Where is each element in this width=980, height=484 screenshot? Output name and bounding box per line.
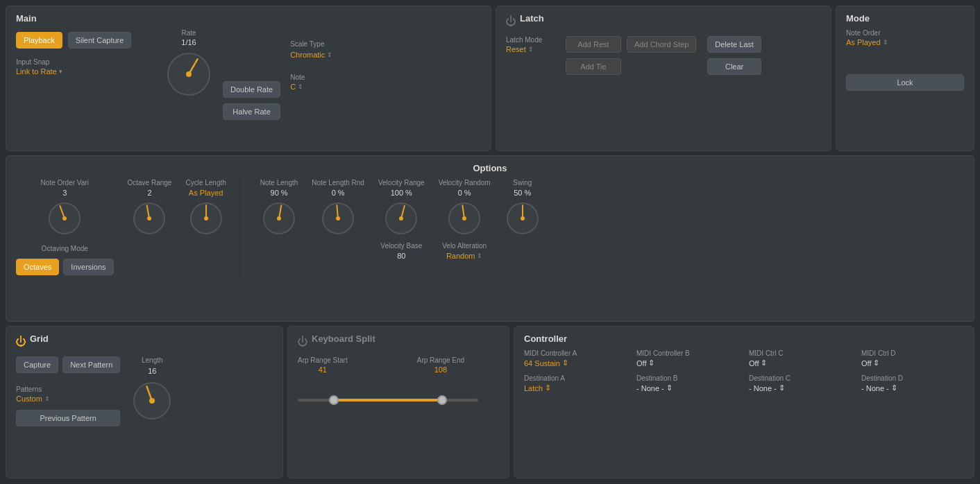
swing-knob[interactable] bbox=[505, 200, 541, 236]
note-value[interactable]: C ⇕ bbox=[290, 83, 346, 91]
main-title: Main bbox=[16, 13, 481, 24]
arp-range-start-label: Arp Range Start bbox=[298, 356, 348, 364]
clear-button[interactable]: Clear bbox=[707, 58, 761, 75]
midi-ctrl-b-item: MIDI Controller B Off ⇕ bbox=[636, 349, 739, 368]
cycle-length-knob[interactable] bbox=[188, 200, 224, 236]
velocity-random-value: 0 % bbox=[458, 189, 471, 197]
note-order-vari-knob[interactable] bbox=[47, 200, 83, 236]
dest-a-arrow: ⇕ bbox=[545, 383, 551, 392]
velocity-range-knob-container: Velocity Range 100 % bbox=[378, 179, 425, 236]
midi-ctrl-c-value[interactable]: Off ⇕ bbox=[749, 358, 852, 368]
grid-power-icon[interactable]: ⏻ bbox=[16, 337, 26, 347]
patterns-value[interactable]: Custom ⇕ bbox=[16, 395, 120, 403]
add-rest-button[interactable]: Add Rest bbox=[566, 36, 621, 53]
silent-capture-button[interactable]: Silent Capture bbox=[68, 32, 132, 49]
scale-type-value[interactable]: Chromatic ⇕ bbox=[290, 51, 346, 59]
midi-ctrl-d-label: MIDI Ctrl D bbox=[861, 349, 964, 357]
svg-point-9 bbox=[277, 216, 281, 221]
latch-mode-value[interactable]: Reset ⇕ bbox=[506, 45, 555, 53]
midi-ctrl-d-arrow: ⇕ bbox=[873, 358, 879, 368]
rate-knob[interactable] bbox=[164, 50, 213, 98]
keyboard-power-icon[interactable]: ⏻ bbox=[298, 337, 307, 347]
playback-button[interactable]: Playback bbox=[16, 32, 62, 49]
keyboard-slider-thumb-left[interactable] bbox=[329, 395, 339, 405]
dest-c-item: Destination C - None - ⇕ bbox=[749, 374, 852, 392]
svg-point-11 bbox=[336, 216, 340, 221]
dest-d-value[interactable]: - None - ⇕ bbox=[861, 383, 964, 392]
next-pattern-button[interactable]: Next Pattern bbox=[62, 356, 120, 373]
inversions-button[interactable]: Inversions bbox=[63, 259, 113, 275]
add-chord-step-button[interactable]: Add Chord Step bbox=[627, 36, 696, 53]
midi-ctrl-a-value[interactable]: 64 Sustain ⇕ bbox=[524, 358, 627, 368]
halve-rate-button[interactable]: Halve Rate bbox=[223, 103, 280, 120]
keyboard-slider-thumb-right[interactable] bbox=[437, 395, 447, 405]
dest-a-value[interactable]: Latch ⇕ bbox=[524, 383, 627, 392]
latch-mode-label: Latch Mode bbox=[506, 36, 555, 44]
dest-b-arrow: ⇕ bbox=[666, 383, 673, 392]
note-order-vari-value: 3 bbox=[62, 189, 67, 197]
svg-point-5 bbox=[147, 216, 151, 221]
svg-point-1 bbox=[186, 71, 192, 77]
previous-pattern-button[interactable]: Previous Pattern bbox=[16, 410, 120, 426]
link-to-rate-value[interactable]: Link to Rate ▾ bbox=[16, 67, 155, 76]
swing-value: 50 % bbox=[514, 189, 531, 197]
octaving-mode-label: Octaving Mode bbox=[42, 245, 88, 253]
octave-range-knob[interactable] bbox=[131, 200, 167, 236]
svg-point-7 bbox=[204, 216, 208, 221]
grid-title: Grid bbox=[30, 334, 49, 344]
midi-ctrl-c-label: MIDI Ctrl C bbox=[749, 349, 852, 357]
latch-mode-arrow: ⇕ bbox=[528, 46, 534, 53]
svg-point-15 bbox=[462, 216, 466, 221]
note-length-knob[interactable] bbox=[261, 200, 297, 236]
scale-type-arrow: ⇕ bbox=[327, 51, 332, 58]
grid-length-knob[interactable] bbox=[131, 380, 173, 422]
midi-ctrl-b-value[interactable]: Off ⇕ bbox=[636, 358, 739, 368]
link-to-rate-arrow: ▾ bbox=[59, 68, 62, 75]
options-title: Options bbox=[16, 163, 964, 173]
note-order-vari-label: Note Order Vari bbox=[41, 179, 89, 187]
velocity-base-label: Velocity Base bbox=[380, 242, 422, 250]
octaves-button[interactable]: Octaves bbox=[16, 259, 59, 275]
velocity-range-label: Velocity Range bbox=[378, 179, 425, 187]
dest-a-label: Destination A bbox=[524, 374, 627, 382]
note-length-rnd-knob[interactable] bbox=[320, 200, 356, 236]
add-tie-button[interactable]: Add Tie bbox=[566, 58, 621, 75]
midi-ctrl-d-value[interactable]: Off ⇕ bbox=[861, 358, 964, 368]
velo-alteration-value[interactable]: Random ⇕ bbox=[446, 252, 483, 260]
cycle-length-knob-container: Cycle Length As Played bbox=[185, 179, 226, 236]
midi-ctrl-a-item: MIDI Controller A 64 Sustain ⇕ bbox=[524, 349, 627, 368]
midi-ctrl-a-arrow: ⇕ bbox=[562, 358, 568, 368]
double-rate-button[interactable]: Double Rate bbox=[223, 81, 280, 98]
grid-length-label: Length bbox=[142, 356, 163, 364]
svg-point-13 bbox=[399, 216, 403, 221]
swing-label: Swing bbox=[513, 179, 532, 187]
note-label: Note bbox=[290, 74, 305, 81]
velocity-range-value: 100 % bbox=[391, 189, 412, 197]
note-order-arrow: ⇕ bbox=[883, 39, 888, 46]
velocity-random-knob[interactable] bbox=[446, 200, 482, 236]
latch-power-icon[interactable]: ⏻ bbox=[506, 17, 516, 26]
midi-ctrl-a-label: MIDI Controller A bbox=[524, 349, 627, 357]
rate-label: Rate bbox=[181, 29, 196, 37]
velocity-random-label: Velocity Random bbox=[439, 179, 491, 187]
keyboard-slider-fill bbox=[334, 399, 442, 401]
dest-b-item: Destination B - None - ⇕ bbox=[636, 374, 739, 392]
input-snap-label: Input Snap bbox=[16, 58, 155, 66]
velo-alteration-label: Velo Alteration bbox=[442, 242, 487, 250]
dest-d-label: Destination D bbox=[861, 374, 964, 382]
octave-range-knob-container: Octave Range 2 bbox=[128, 179, 172, 236]
capture-button[interactable]: Capture bbox=[16, 356, 58, 373]
dest-c-value[interactable]: - None - ⇕ bbox=[749, 383, 852, 392]
delete-last-button[interactable]: Delete Last bbox=[707, 36, 761, 53]
velocity-range-knob[interactable] bbox=[383, 200, 419, 236]
lock-button[interactable]: Lock bbox=[846, 74, 964, 91]
velocity-random-knob-container: Velocity Random 0 % bbox=[439, 179, 491, 236]
scale-type-label: Scale Type bbox=[290, 40, 346, 48]
note-order-value[interactable]: As Played ⇕ bbox=[846, 38, 964, 46]
dest-b-value[interactable]: - None - ⇕ bbox=[636, 383, 739, 392]
controller-title: Controller bbox=[524, 334, 964, 344]
midi-ctrl-b-arrow: ⇕ bbox=[648, 358, 654, 368]
note-arrow: ⇕ bbox=[298, 83, 303, 90]
note-length-rnd-value: 0 % bbox=[332, 189, 345, 197]
dest-b-label: Destination B bbox=[636, 374, 739, 382]
